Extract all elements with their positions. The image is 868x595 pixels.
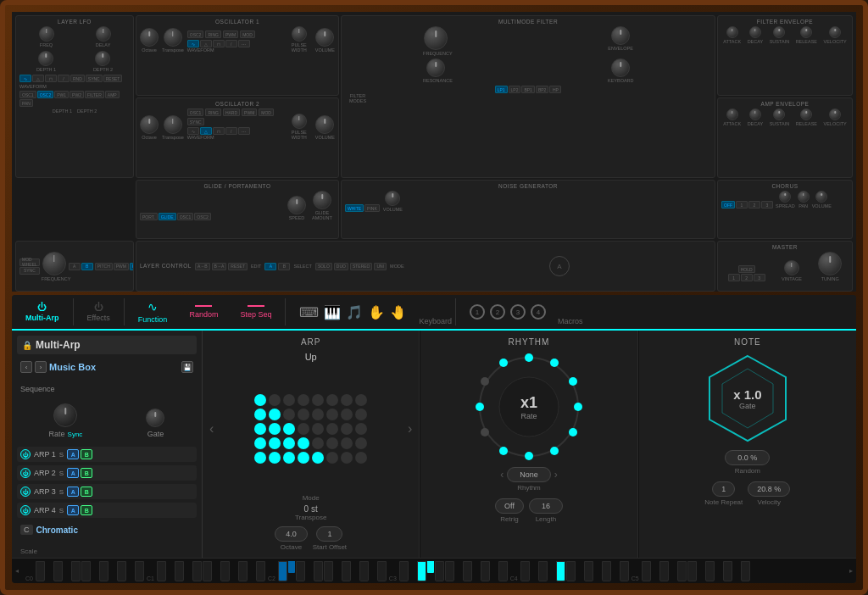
piano-key-47[interactable] (498, 561, 508, 581)
preset-prev-btn[interactable]: ‹ (20, 361, 32, 373)
piano-key-63[interactable] (670, 561, 676, 573)
piano-key-46[interactable] (491, 561, 498, 573)
piano-key-27[interactable] (306, 561, 313, 573)
layer-lfo-delay-knob[interactable] (96, 26, 111, 42)
arp1-a-btn[interactable]: A (67, 449, 79, 459)
piano-key-40[interactable] (435, 561, 444, 581)
piano-key-25[interactable] (288, 561, 295, 573)
noise-volume-knob[interactable] (385, 191, 400, 206)
master-m1[interactable]: 1 (728, 274, 740, 281)
osc1-ring-btn[interactable]: RING (205, 31, 221, 38)
dot-3-5[interactable] (326, 437, 338, 449)
dot-4-1[interactable] (269, 452, 281, 464)
tab-effects[interactable]: ⏻ Effects (77, 295, 120, 329)
osc1-w4[interactable]: / (225, 40, 237, 47)
tab-keyboard-group[interactable]: ⌨ 🎹 🎵 ✋ 🤚 (289, 295, 417, 329)
master-m3[interactable]: 3 (754, 274, 765, 281)
lfo-dest-osc1[interactable]: OSC1 (19, 91, 36, 98)
lfo-dest-pw2[interactable]: PW2 (70, 91, 84, 98)
piano-key-23[interactable] (256, 561, 265, 581)
fenv-release-knob[interactable] (800, 26, 812, 38)
dot-1-3[interactable] (298, 409, 309, 420)
osc2-w4[interactable]: / (225, 127, 237, 135)
layer-lfo-depth2-knob[interactable] (95, 51, 110, 66)
piano-key-19[interactable] (220, 561, 230, 581)
osc1-w3[interactable]: ⊓ (213, 40, 225, 47)
retrig-btn[interactable]: Off (495, 498, 524, 514)
piano-scroll-right[interactable]: ▸ (846, 567, 856, 575)
dot-0-2[interactable] (283, 394, 295, 406)
lfo-sync[interactable]: SYNC (86, 75, 103, 82)
piano-key-67[interactable] (705, 561, 715, 581)
osc2-octave-knob[interactable] (140, 115, 159, 134)
mlfo-filter[interactable]: FILTER (130, 263, 134, 270)
piano-key-58[interactable] (612, 561, 619, 573)
arp2-b-btn[interactable]: B (81, 468, 92, 478)
osc2-pwm-btn[interactable]: PWM (242, 108, 257, 116)
lfo-reset[interactable]: RESET (103, 75, 123, 82)
fenv-velocity-knob[interactable] (829, 26, 841, 38)
piano-key-61[interactable] (652, 561, 659, 573)
piano-key-6[interactable] (92, 561, 98, 573)
piano-key-8[interactable] (109, 561, 116, 573)
piano-key-41[interactable] (445, 561, 454, 581)
piano-key-9[interactable] (117, 561, 126, 581)
piano-key-7[interactable] (99, 561, 108, 581)
mlfo-b-btn[interactable]: B (81, 263, 93, 270)
piano-key-33[interactable] (359, 561, 369, 581)
mlfo-pitch[interactable]: PITCH (95, 263, 113, 270)
filter-lp1[interactable]: LP1 (495, 86, 508, 93)
arp1-power[interactable]: ⏻ (20, 449, 31, 459)
dot-4-4[interactable] (312, 452, 324, 464)
piano-key-56[interactable] (594, 561, 601, 573)
dot-4-6[interactable] (341, 452, 353, 464)
tab-multiarp[interactable]: ⏻ Multi-Arp (15, 295, 70, 331)
piano-key-34[interactable] (370, 561, 376, 573)
arp1-s[interactable]: S (59, 451, 64, 459)
filter-bp1[interactable]: BP1 (521, 86, 534, 93)
piano-key-32[interactable] (352, 561, 359, 573)
piano-key-53[interactable] (566, 561, 576, 581)
layer-stereo[interactable]: STEREO (350, 263, 373, 270)
master-vintage-knob[interactable] (784, 260, 799, 275)
piano-key-13[interactable] (167, 561, 174, 573)
master-hold-btn[interactable]: HOLD (738, 265, 755, 273)
arp4-b-btn[interactable]: B (81, 505, 92, 515)
lfo-dest-osc2[interactable]: OSC2 (37, 91, 54, 98)
layer-uni[interactable]: UNI (374, 263, 387, 270)
chorus-spread-knob[interactable] (779, 191, 791, 203)
filter-hp[interactable]: HP (549, 86, 561, 93)
piano-key-52[interactable] (556, 561, 565, 581)
piano-key-14[interactable] (175, 561, 184, 581)
dot-2-7[interactable] (355, 423, 367, 435)
noise-pink-btn[interactable]: PINK (364, 204, 380, 212)
layer-duo[interactable]: DUO (334, 263, 348, 270)
osc2-hard-btn[interactable]: HARD (223, 108, 240, 116)
osc2-w1[interactable]: ∿ (187, 127, 199, 135)
aenv-velocity-knob[interactable] (829, 108, 841, 120)
layer-select-a[interactable]: A (264, 263, 276, 270)
osc1-w1[interactable]: ∿ (187, 40, 199, 47)
mlfo-a-btn[interactable]: A (69, 263, 81, 270)
osc2-mod-btn[interactable]: MOD (259, 108, 274, 116)
osc2-w5[interactable]: ⋯ (238, 127, 250, 135)
dot-0-4[interactable] (312, 394, 324, 406)
glide-speed-knob[interactable] (287, 196, 306, 214)
dot-4-5[interactable] (326, 452, 338, 464)
random-value[interactable]: 0.0 % (725, 450, 770, 465)
fenv-sustain-knob[interactable] (773, 26, 785, 38)
dot-1-2[interactable] (283, 409, 295, 420)
piano-key-44[interactable] (473, 561, 480, 573)
tab-function[interactable]: ∿ Function (128, 295, 178, 329)
piano-key-66[interactable] (698, 561, 704, 573)
osc1-osc2-btn[interactable]: OSC2 (187, 31, 204, 38)
aenv-sustain-knob[interactable] (773, 108, 785, 120)
piano-key-15[interactable] (185, 561, 192, 573)
osc1-pulsewidth-knob[interactable] (292, 26, 307, 42)
master-tuning-knob[interactable] (818, 252, 842, 275)
arp3-a-btn[interactable]: A (67, 487, 79, 497)
piano-key-35[interactable] (377, 561, 387, 581)
osc2-w3[interactable]: ⊓ (213, 127, 225, 135)
dot-2-4[interactable] (312, 423, 324, 435)
aenv-decay-knob[interactable] (749, 108, 761, 120)
